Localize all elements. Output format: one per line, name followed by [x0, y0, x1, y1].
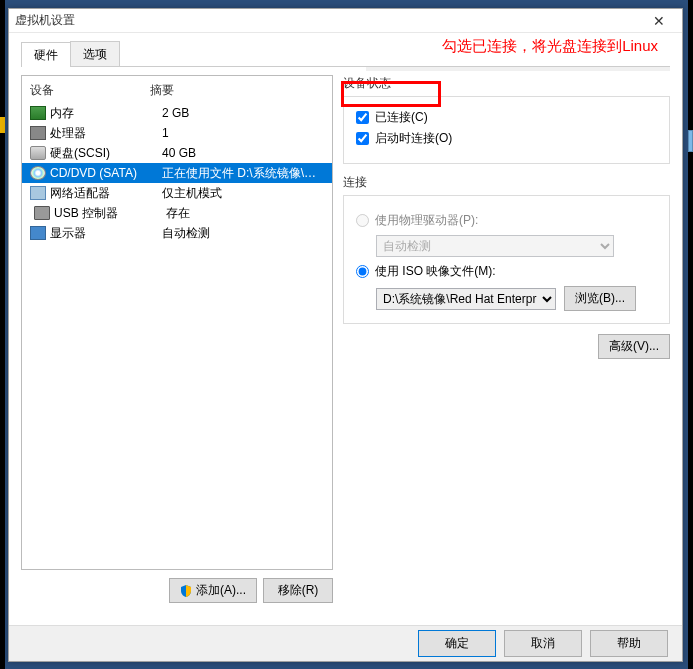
help-button[interactable]: 帮助 — [590, 630, 668, 657]
cpu-icon — [30, 126, 46, 140]
device-name: 显示器 — [50, 225, 162, 242]
vm-settings-dialog: 虚拟机设置 ✕ 勾选已连接，将光盘连接到Linux 硬件 选项 设备 摘要 内存… — [8, 8, 683, 662]
iso-path-select[interactable]: D:\系统镜像\Red Hat Enterpris — [376, 288, 556, 310]
device-name: USB 控制器 — [54, 205, 166, 222]
device-row-cpu[interactable]: 处理器1 — [22, 123, 332, 143]
background-app-icon — [0, 117, 5, 133]
connected-checkbox-row[interactable]: 已连接(C) — [356, 109, 657, 126]
shield-icon — [180, 585, 192, 597]
device-list-header: 设备 摘要 — [22, 76, 332, 103]
connection-group-label: 连接 — [343, 174, 670, 191]
cancel-button[interactable]: 取消 — [504, 630, 582, 657]
tab-hardware[interactable]: 硬件 — [21, 42, 71, 67]
device-row-mem[interactable]: 内存2 GB — [22, 103, 332, 123]
tab-options[interactable]: 选项 — [70, 41, 120, 66]
connect-poweron-label: 启动时连接(O) — [375, 130, 452, 147]
add-button-label: 添加(A)... — [196, 582, 246, 599]
device-name: CD/DVD (SATA) — [50, 166, 162, 180]
device-list: 设备 摘要 内存2 GB处理器1硬盘(SCSI)40 GBCD/DVD (SAT… — [21, 75, 333, 570]
iso-radio-row[interactable]: 使用 ISO 映像文件(M): — [356, 263, 657, 280]
device-summary: 1 — [162, 126, 324, 140]
device-row-net[interactable]: 网络适配器仅主机模式 — [22, 183, 332, 203]
device-summary: 自动检测 — [162, 225, 324, 242]
header-summary: 摘要 — [150, 82, 174, 99]
browse-button[interactable]: 浏览(B)... — [564, 286, 636, 311]
device-summary: 40 GB — [162, 146, 324, 160]
connected-checkbox[interactable] — [356, 111, 369, 124]
device-row-usb[interactable]: USB 控制器存在 — [22, 203, 332, 223]
add-button[interactable]: 添加(A)... — [169, 578, 257, 603]
physical-drive-label: 使用物理驱动器(P): — [375, 212, 478, 229]
dialog-footer: 确定 取消 帮助 — [9, 625, 682, 661]
titlebar: 虚拟机设置 ✕ — [9, 9, 682, 33]
physical-drive-select: 自动检测 — [376, 235, 614, 257]
remove-button[interactable]: 移除(R) — [263, 578, 333, 603]
window-title: 虚拟机设置 — [15, 12, 642, 29]
hdd-icon — [30, 146, 46, 160]
annotation-overlay-strip — [366, 67, 670, 71]
device-summary: 仅主机模式 — [162, 185, 324, 202]
physical-drive-radio-row[interactable]: 使用物理驱动器(P): — [356, 212, 657, 229]
physical-drive-radio — [356, 214, 369, 227]
iso-radio[interactable] — [356, 265, 369, 278]
device-summary: 正在使用文件 D:\系统镜像\Red H... — [162, 165, 324, 182]
cd-icon — [30, 166, 46, 180]
status-group-label: 设备状态 — [343, 75, 670, 92]
usb-icon — [34, 206, 50, 220]
background-tab — [688, 130, 693, 152]
iso-label: 使用 ISO 映像文件(M): — [375, 263, 496, 280]
device-summary: 2 GB — [162, 106, 324, 120]
connected-label: 已连接(C) — [375, 109, 428, 126]
device-name: 硬盘(SCSI) — [50, 145, 162, 162]
net-icon — [30, 186, 46, 200]
ok-button[interactable]: 确定 — [418, 630, 496, 657]
display-icon — [30, 226, 46, 240]
device-row-display[interactable]: 显示器自动检测 — [22, 223, 332, 243]
annotation-text: 勾选已连接，将光盘连接到Linux — [442, 37, 658, 56]
device-row-hdd[interactable]: 硬盘(SCSI)40 GB — [22, 143, 332, 163]
device-summary: 存在 — [166, 205, 324, 222]
close-button[interactable]: ✕ — [642, 12, 676, 30]
device-name: 内存 — [50, 105, 162, 122]
header-device: 设备 — [30, 82, 150, 99]
device-name: 处理器 — [50, 125, 162, 142]
connect-poweron-checkbox-row[interactable]: 启动时连接(O) — [356, 130, 657, 147]
device-row-cd[interactable]: CD/DVD (SATA)正在使用文件 D:\系统镜像\Red H... — [22, 163, 332, 183]
mem-icon — [30, 106, 46, 120]
connect-poweron-checkbox[interactable] — [356, 132, 369, 145]
device-name: 网络适配器 — [50, 185, 162, 202]
advanced-button[interactable]: 高级(V)... — [598, 334, 670, 359]
